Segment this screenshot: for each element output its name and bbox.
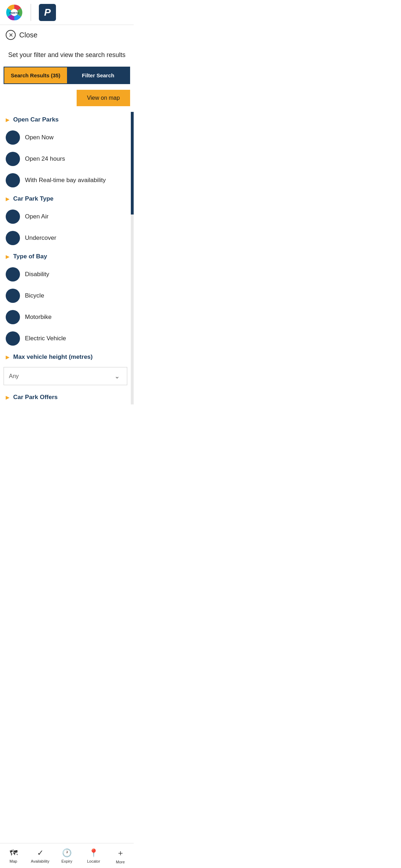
car-park-offers-title: Car Park Offers [13, 394, 58, 401]
tab-filter-search[interactable]: Filter Search [67, 67, 130, 83]
filter-open-24-hours[interactable]: Open 24 hours [0, 148, 131, 170]
toggle-bicycle[interactable] [6, 289, 20, 303]
filter-electric-vehicle[interactable]: Electric Vehicle [0, 328, 131, 349]
parking-logo: P [39, 4, 56, 21]
scroll-track[interactable] [131, 112, 134, 404]
toggle-open-24-hours[interactable] [6, 152, 20, 166]
filter-open-air[interactable]: Open Air [0, 206, 131, 227]
close-button[interactable]: ✕ Close [0, 25, 134, 45]
scroll-thumb[interactable] [131, 112, 134, 214]
close-label: Close [19, 31, 37, 39]
label-disability: Disability [25, 271, 49, 278]
section-max-vehicle-height[interactable]: ▶ Max vehicle height (metres) [0, 349, 131, 364]
max-height-dropdown-container: Any 2.0m 2.1m 2.2m 2.5m 3.0m No Limit ⌄ [4, 367, 127, 385]
filter-undercover[interactable]: Undercover [0, 227, 131, 249]
logo-divider [31, 4, 31, 21]
car-park-offers-arrow: ▶ [6, 394, 10, 400]
toggle-real-time[interactable] [6, 173, 20, 187]
open-car-parks-arrow: ▶ [6, 117, 10, 123]
filter-open-now[interactable]: Open Now [0, 127, 131, 148]
label-undercover: Undercover [25, 234, 56, 242]
label-real-time: With Real-time bay availability [25, 177, 106, 184]
toggle-open-air[interactable] [6, 210, 20, 224]
logo-container: PERTH P [6, 4, 56, 21]
label-motorbike: Motorbike [25, 314, 52, 321]
car-park-type-arrow: ▶ [6, 196, 10, 202]
label-open-air: Open Air [25, 213, 48, 220]
tab-bar: Search Results (35) Filter Search [4, 67, 130, 84]
max-height-select[interactable]: Any 2.0m 2.1m 2.2m 2.5m 3.0m No Limit [4, 367, 127, 385]
max-vehicle-height-title: Max vehicle height (metres) [13, 353, 93, 361]
label-electric-vehicle: Electric Vehicle [25, 335, 66, 342]
type-of-bay-arrow: ▶ [6, 254, 10, 259]
max-vehicle-height-arrow: ▶ [6, 354, 10, 360]
label-open-24-hours: Open 24 hours [25, 155, 65, 162]
section-car-park-type[interactable]: ▶ Car Park Type [0, 191, 131, 206]
type-of-bay-title: Type of Bay [13, 253, 47, 260]
svg-text:PERTH: PERTH [9, 11, 19, 15]
view-on-map-container: View on map [0, 90, 134, 112]
car-park-type-title: Car Park Type [13, 195, 53, 202]
main-content: ▶ Open Car Parks Open Now Open 24 hours … [0, 112, 131, 404]
section-car-park-offers[interactable]: ▶ Car Park Offers [0, 389, 131, 404]
toggle-undercover[interactable] [6, 231, 20, 245]
section-type-of-bay[interactable]: ▶ Type of Bay [0, 249, 131, 264]
filter-disability[interactable]: Disability [0, 264, 131, 285]
label-bicycle: Bicycle [25, 292, 44, 299]
toggle-motorbike[interactable] [6, 310, 20, 324]
filter-motorbike[interactable]: Motorbike [0, 306, 131, 328]
header: PERTH P [0, 0, 134, 25]
filter-heading: Set your filter and view the search resu… [0, 45, 134, 67]
label-open-now: Open Now [25, 134, 53, 141]
toggle-electric-vehicle[interactable] [6, 331, 20, 346]
dropdown-wrapper: Any 2.0m 2.1m 2.2m 2.5m 3.0m No Limit ⌄ [4, 367, 127, 385]
filter-real-time[interactable]: With Real-time bay availability [0, 170, 131, 191]
open-car-parks-title: Open Car Parks [13, 116, 59, 123]
city-of-perth-logo: PERTH [6, 4, 23, 21]
content-wrapper: ▶ Open Car Parks Open Now Open 24 hours … [0, 112, 134, 404]
view-on-map-button[interactable]: View on map [77, 90, 130, 106]
section-open-car-parks[interactable]: ▶ Open Car Parks [0, 112, 131, 127]
filter-bicycle[interactable]: Bicycle [0, 285, 131, 306]
toggle-disability[interactable] [6, 267, 20, 281]
close-icon: ✕ [6, 30, 16, 40]
tab-search-results[interactable]: Search Results (35) [4, 67, 67, 83]
toggle-open-now[interactable] [6, 130, 20, 145]
